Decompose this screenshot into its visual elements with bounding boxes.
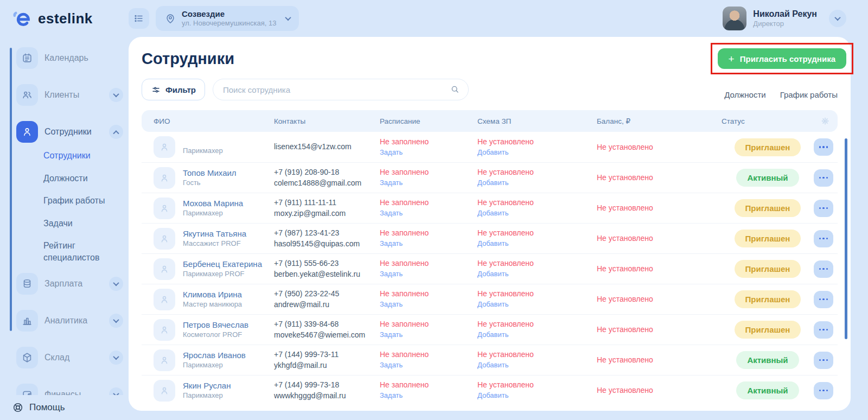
column-header-schedule: Расписание [380, 117, 477, 125]
schedule-empty-label: Не заполнено [380, 137, 477, 147]
status-badge: Приглашен [735, 138, 801, 156]
status-badge: Активный [736, 381, 799, 399]
row-actions-button[interactable] [814, 138, 833, 156]
sidebar-subitem-specialist-rating[interactable]: Рейтинг специалистов [43, 240, 125, 263]
employee-name[interactable] [183, 138, 223, 146]
balance-empty-label: Не установлено [597, 264, 653, 273]
branch-list-button[interactable] [129, 8, 149, 29]
status-badge: Активный [736, 351, 799, 369]
row-actions-button[interactable] [814, 260, 833, 278]
sidebar-subitem-positions[interactable]: Должности [43, 173, 125, 184]
employee-email: ykhgfd@mail.ru [274, 360, 380, 371]
table-settings-gear-icon[interactable] [820, 116, 830, 126]
employee-phone: +7 (911) 111-11-11 [274, 198, 380, 208]
cube-icon [21, 352, 33, 364]
employee-role: Массажист PROF [183, 239, 246, 249]
schedule-set-link[interactable]: Задать [380, 299, 477, 310]
user-role: Директор [753, 20, 817, 28]
sidebar-item-calendar[interactable]: Календарь [0, 43, 129, 73]
sidebar-item-clients[interactable]: Клиенты [0, 80, 129, 110]
table-scrollbar[interactable] [845, 138, 847, 339]
schedule-set-link[interactable]: Задать [380, 269, 477, 279]
schedule-set-link[interactable]: Задать [380, 238, 477, 249]
sidebar-item-analytics[interactable]: Аналитика [0, 306, 129, 335]
row-actions-button[interactable] [814, 230, 833, 247]
employee-role: Гость [183, 178, 237, 188]
balance-empty-label: Не установлено [597, 295, 653, 303]
search-input[interactable] [213, 79, 469, 100]
schedule-set-link[interactable]: Задать [380, 390, 477, 401]
row-actions-button[interactable] [814, 382, 833, 399]
status-badge: Приглашен [735, 321, 801, 339]
employee-name[interactable]: Якутина Татьяна [183, 228, 246, 239]
balance-empty-label: Не установлено [597, 143, 653, 151]
salary-add-link[interactable]: Добавить [477, 208, 597, 219]
sidebar-subitem-tasks[interactable]: Задачи [43, 218, 125, 230]
person-icon [159, 355, 170, 366]
filter-button[interactable]: Фильтр [142, 79, 205, 100]
column-header-status: Статус [722, 117, 814, 125]
schedule-set-link[interactable]: Задать [380, 329, 477, 340]
quick-link-work-schedule[interactable]: График работы [780, 90, 838, 99]
salary-add-link[interactable]: Добавить [477, 360, 597, 371]
chevron-down-icon[interactable] [109, 314, 123, 328]
table-header: ФИО Контакты Расписание Схема ЗП Баланс,… [142, 110, 838, 132]
schedule-set-link[interactable]: Задать [380, 147, 477, 158]
employee-name[interactable]: Бербенец Екатерина [183, 259, 262, 270]
sidebar-item-warehouse[interactable]: Склад [0, 343, 129, 372]
salary-add-link[interactable]: Добавить [477, 177, 597, 188]
chevron-down-icon [834, 15, 840, 21]
salary-add-link[interactable]: Добавить [477, 329, 597, 340]
employee-name[interactable]: Ярослав Иванов [183, 350, 246, 361]
row-actions-button[interactable] [814, 352, 833, 369]
row-actions-button[interactable] [814, 200, 833, 217]
user-menu-chevron-button[interactable] [829, 10, 846, 27]
map-pin-icon [164, 12, 176, 24]
chevron-down-icon[interactable] [109, 88, 123, 102]
chevron-down-icon[interactable] [109, 277, 123, 291]
user-name: Николай Рекун [753, 9, 817, 20]
schedule-empty-label: Не заполнено [380, 349, 477, 360]
person-icon [159, 324, 170, 335]
schedule-set-link[interactable]: Задать [380, 177, 477, 188]
row-actions-button[interactable] [814, 321, 833, 339]
salary-add-link[interactable]: Добавить [477, 147, 597, 158]
sidebar-subitem-employees[interactable]: Сотрудники [43, 150, 125, 162]
employee-name[interactable]: Топов Михаил [183, 168, 237, 179]
schedule-empty-label: Не заполнено [380, 228, 477, 238]
employee-icon [21, 126, 33, 138]
salary-add-link[interactable]: Добавить [477, 390, 597, 401]
chevron-up-icon[interactable] [109, 125, 123, 139]
quick-link-positions[interactable]: Должности [724, 90, 766, 99]
row-actions-button[interactable] [814, 169, 833, 187]
sidebar-item-salary[interactable]: Зарплата [0, 269, 129, 298]
column-header-salary-scheme: Схема ЗП [477, 117, 597, 125]
schedule-empty-label: Не заполнено [380, 289, 477, 299]
schedule-set-link[interactable]: Задать [380, 208, 477, 219]
chevron-down-icon[interactable] [109, 351, 123, 365]
employee-name[interactable]: Мохова Марина [183, 198, 243, 209]
salary-add-link[interactable]: Добавить [477, 299, 597, 310]
employee-phone: +7 (919) 208-90-18 [274, 167, 380, 178]
app-logo[interactable]: estelink [0, 8, 129, 29]
salary-empty-label: Не установлено [477, 198, 597, 208]
salary-empty-label: Не установлено [477, 380, 597, 390]
invite-employee-button[interactable]: + Пригласить сотрудника [718, 48, 846, 69]
sidebar: Календарь Клиенты Сотрудники Сотрудники … [0, 37, 129, 420]
main-content: Сотрудники + Пригласить сотрудника Фильт… [129, 37, 851, 411]
sidebar-item-employees[interactable]: Сотрудники [0, 117, 129, 147]
user-menu[interactable]: Николай Рекун Директор [723, 7, 846, 30]
schedule-empty-label: Не заполнено [380, 380, 477, 390]
sidebar-subitem-work-schedule[interactable]: График работы [43, 195, 125, 207]
help-button[interactable]: Помощь [0, 395, 129, 420]
search-icon[interactable] [450, 84, 460, 94]
schedule-set-link[interactable]: Задать [380, 360, 477, 371]
employee-name[interactable]: Петров Вячеслав [183, 320, 248, 330]
employee-avatar [154, 380, 175, 402]
location-selector[interactable]: Созвездие ул. Новочеремушкинская, 13 [156, 6, 299, 31]
salary-add-link[interactable]: Добавить [477, 238, 597, 249]
employee-name[interactable]: Климова Ирина [183, 289, 242, 300]
employee-name[interactable]: Якин Руслан [183, 380, 231, 391]
row-actions-button[interactable] [814, 291, 833, 308]
salary-add-link[interactable]: Добавить [477, 269, 597, 279]
